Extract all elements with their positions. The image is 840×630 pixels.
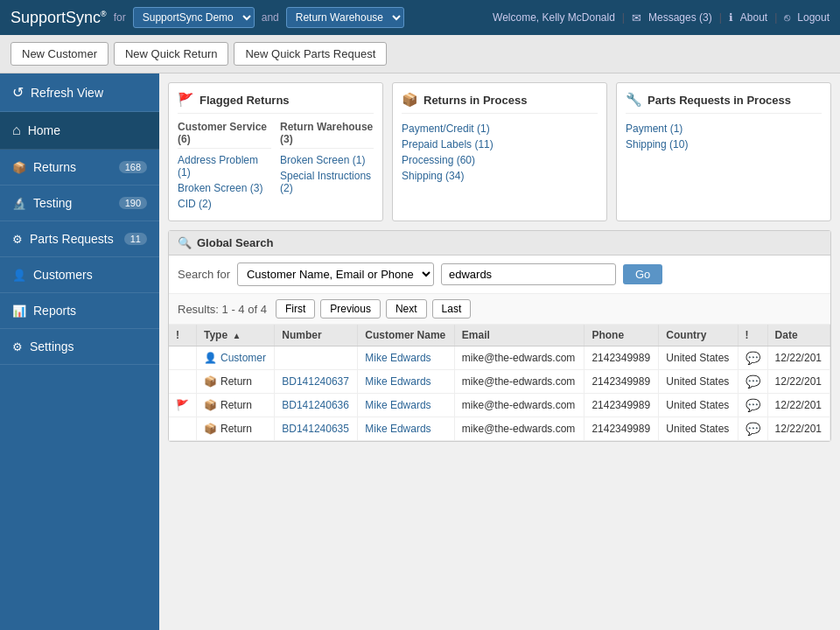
row-msg-icon[interactable]: 💬	[738, 417, 767, 441]
table-row[interactable]: 👤CustomerMike Edwardsmike@the-edwards.co…	[169, 346, 830, 370]
payment-credit-link[interactable]: Payment/Credit (1)	[402, 121, 598, 136]
previous-button[interactable]: Previous	[320, 299, 381, 318]
sidebar-item-parts[interactable]: ⚙ Parts Requests 11	[0, 221, 159, 257]
about-link[interactable]: About	[740, 11, 767, 24]
customers-icon: 👤	[12, 269, 26, 282]
broken-screen-rw-link[interactable]: Broken Screen (1)	[280, 152, 374, 168]
logout-icon: ⎋	[784, 11, 790, 24]
col-header-type[interactable]: Type ▲	[197, 325, 275, 346]
prepaid-labels-link[interactable]: Prepaid Labels (11)	[402, 136, 598, 152]
toolbar: New Customer New Quick Return New Quick …	[0, 35, 840, 74]
sidebar-item-label: Reports	[33, 304, 76, 318]
row-country: United States	[659, 346, 738, 370]
col-header-phone[interactable]: Phone	[584, 325, 659, 346]
for-label: for	[114, 11, 126, 24]
warehouse-select[interactable]: Return Warehouse	[286, 7, 404, 28]
row-customer-name[interactable]: Mike Edwards	[358, 346, 455, 370]
row-number[interactable]: BD141240637	[275, 370, 358, 394]
row-msg-icon[interactable]: 💬	[738, 394, 767, 417]
type-icon: 📦	[204, 423, 217, 435]
search-input[interactable]	[441, 263, 616, 285]
search-type-select[interactable]: Customer Name, Email or Phone Return Num…	[237, 262, 434, 286]
and-label: and	[262, 11, 279, 24]
col-header-email[interactable]: Email	[454, 325, 584, 346]
sidebar: ↺ Refresh View ⌂ Home 📦 Returns 168 🔬 Te…	[0, 74, 159, 630]
header: SupportSync® for SupportSync Demo and Re…	[0, 0, 840, 35]
returns-in-process-label: Returns in Process	[424, 94, 528, 107]
broken-screen-cs-link[interactable]: Broken Screen (3)	[178, 180, 271, 196]
testing-badge: 190	[119, 197, 147, 209]
sidebar-item-reports[interactable]: 📊 Reports	[0, 293, 159, 329]
new-quick-parts-button[interactable]: New Quick Parts Request	[234, 42, 387, 66]
row-flag	[169, 370, 197, 394]
row-number[interactable]: BD141240636	[275, 394, 358, 417]
row-customer-name[interactable]: Mike Edwards	[358, 417, 455, 441]
type-label: Return	[220, 375, 252, 388]
info-icon: ℹ	[729, 11, 733, 24]
sidebar-item-label: Parts Requests	[30, 232, 114, 246]
sidebar-item-label: Returns	[33, 160, 76, 174]
logo: SupportSync®	[10, 9, 107, 27]
company-select[interactable]: SupportSync Demo	[133, 7, 255, 28]
type-label: Customer	[220, 352, 266, 364]
next-button[interactable]: Next	[386, 299, 427, 318]
message-icon: 💬	[746, 374, 760, 388]
shipping-pip-link[interactable]: Shipping (10)	[626, 136, 822, 152]
returns-in-process-card: 📦 Returns in Process Payment/Credit (1) …	[392, 82, 607, 221]
parts-icon: ⚙	[12, 233, 23, 246]
row-flag	[169, 417, 197, 441]
first-button[interactable]: First	[276, 299, 315, 318]
logout-link[interactable]: Logout	[797, 11, 830, 24]
sidebar-item-home[interactable]: ⌂ Home	[0, 112, 159, 150]
row-customer-name[interactable]: Mike Edwards	[358, 370, 455, 394]
sidebar-item-testing[interactable]: 🔬 Testing 190	[0, 186, 159, 221]
sidebar-item-refresh[interactable]: ↺ Refresh View	[0, 74, 159, 112]
shipping-rip-link[interactable]: Shipping (34)	[402, 168, 598, 184]
row-country: United States	[659, 394, 738, 417]
type-icon: 👤	[204, 352, 217, 364]
col-header-customer-name[interactable]: Customer Name	[358, 325, 455, 346]
header-right: Welcome, Kelly McDonald | ✉ Messages (3)…	[493, 11, 830, 24]
sidebar-item-returns[interactable]: 📦 Returns 168	[0, 150, 159, 186]
search-for-label: Search for	[178, 268, 230, 281]
row-number[interactable]: BD141240635	[275, 417, 358, 441]
messages-link[interactable]: Messages (3)	[648, 11, 712, 24]
row-number[interactable]	[275, 346, 358, 370]
payment-pip-link[interactable]: Payment (1)	[626, 121, 822, 136]
new-quick-return-button[interactable]: New Quick Return	[114, 42, 228, 66]
messages-icon: ✉	[632, 11, 641, 24]
last-button[interactable]: Last	[432, 299, 472, 318]
processing-link[interactable]: Processing (60)	[402, 152, 598, 168]
sidebar-item-settings[interactable]: ⚙ Settings	[0, 329, 159, 365]
row-date: 12/22/201	[767, 394, 830, 417]
type-label: Return	[220, 399, 252, 411]
returns-icon: 📦	[12, 161, 26, 174]
row-date: 12/22/201	[767, 346, 830, 370]
customer-service-col: Customer Service (6) Address Problem (1)…	[178, 121, 271, 212]
search-header: 🔍 Global Search	[169, 231, 830, 256]
table-row[interactable]: 🚩📦ReturnBD141240636Mike Edwardsmike@the-…	[169, 394, 830, 417]
address-problem-link[interactable]: Address Problem (1)	[178, 152, 271, 180]
settings-icon: ⚙	[12, 340, 23, 354]
returns-in-process-list: Payment/Credit (1) Prepaid Labels (11) P…	[402, 121, 598, 184]
row-msg-icon[interactable]: 💬	[738, 370, 767, 394]
cid-link[interactable]: CID (2)	[178, 196, 271, 212]
table-row[interactable]: 📦ReturnBD141240637Mike Edwardsmike@the-e…	[169, 370, 830, 394]
table-row[interactable]: 📦ReturnBD141240635Mike Edwardsmike@the-e…	[169, 417, 830, 441]
row-date: 12/22/201	[767, 417, 830, 441]
new-customer-button[interactable]: New Customer	[10, 42, 108, 66]
go-button[interactable]: Go	[623, 264, 662, 284]
row-msg-icon[interactable]: 💬	[738, 346, 767, 370]
message-icon: 💬	[746, 351, 760, 365]
sidebar-item-customers[interactable]: 👤 Customers	[0, 257, 159, 293]
cards-row: 🚩 Flagged Returns Customer Service (6) A…	[168, 82, 831, 221]
col-header-number[interactable]: Number	[275, 325, 358, 346]
parts-in-process-title: 🔧 Parts Requests in Process	[626, 92, 822, 114]
col-header-country[interactable]: Country	[659, 325, 738, 346]
row-customer-name[interactable]: Mike Edwards	[358, 394, 455, 417]
refresh-icon: ↺	[12, 84, 24, 101]
col-header-date[interactable]: Date	[767, 325, 830, 346]
flagged-returns-label: Flagged Returns	[200, 94, 290, 107]
sidebar-item-label: Customers	[33, 268, 93, 282]
special-instructions-link[interactable]: Special Instructions (2)	[280, 168, 374, 196]
